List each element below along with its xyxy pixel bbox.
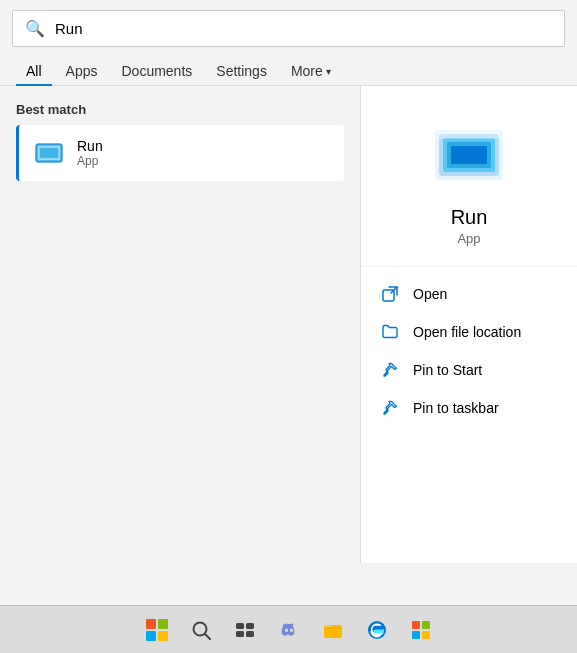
actions-list: Open Open file location Pin to Star — [361, 266, 577, 427]
action-open[interactable]: Open — [361, 275, 577, 313]
left-panel: Best match Run App — [0, 86, 360, 563]
svg-rect-21 — [246, 623, 254, 629]
right-panel: Run App Open — [360, 86, 577, 563]
section-best-match-label: Best match — [16, 102, 344, 117]
result-text: Run App — [77, 138, 103, 168]
tab-all[interactable]: All — [16, 57, 52, 85]
svg-rect-20 — [236, 623, 244, 629]
search-input[interactable] — [55, 20, 552, 37]
pin-taskbar-icon — [381, 399, 399, 417]
action-pin-to-start[interactable]: Pin to Start — [361, 351, 577, 389]
taskbar-task-view-button[interactable] — [225, 610, 265, 650]
open-icon — [381, 285, 399, 303]
result-type: App — [77, 154, 103, 168]
svg-rect-26 — [412, 621, 420, 629]
action-open-file-location[interactable]: Open file location — [361, 313, 577, 351]
app-type-large: App — [457, 231, 480, 246]
taskbar-store-button[interactable] — [401, 610, 441, 650]
svg-rect-22 — [236, 631, 244, 637]
svg-rect-14 — [437, 131, 501, 139]
tab-settings[interactable]: Settings — [206, 57, 277, 85]
windows-logo-icon — [146, 619, 168, 641]
search-bar: 🔍 — [12, 10, 565, 47]
taskbar-discord-button[interactable] — [269, 610, 309, 650]
svg-line-19 — [205, 634, 210, 639]
svg-rect-28 — [412, 631, 420, 639]
run-app-icon-small — [31, 135, 67, 171]
taskbar-file-explorer-icon — [322, 619, 344, 641]
taskbar-edge-button[interactable] — [357, 610, 397, 650]
svg-rect-29 — [422, 631, 430, 639]
taskbar-search-button[interactable] — [181, 610, 221, 650]
tab-apps[interactable]: Apps — [56, 57, 108, 85]
tab-documents[interactable]: Documents — [111, 57, 202, 85]
search-icon: 🔍 — [25, 19, 45, 38]
chevron-down-icon: ▾ — [326, 66, 331, 77]
action-open-label: Open — [413, 286, 447, 302]
tabs-bar: All Apps Documents Settings More ▾ — [0, 57, 577, 86]
svg-rect-27 — [422, 621, 430, 629]
taskbar-store-icon — [410, 619, 432, 641]
folder-icon — [381, 323, 399, 341]
taskbar — [0, 605, 577, 653]
taskbar-start-button[interactable] — [137, 610, 177, 650]
tab-more[interactable]: More ▾ — [281, 57, 341, 85]
taskbar-search-icon — [190, 619, 212, 641]
action-open-file-location-label: Open file location — [413, 324, 521, 340]
action-pin-to-start-label: Pin to Start — [413, 362, 482, 378]
result-name: Run — [77, 138, 103, 154]
action-pin-to-taskbar-label: Pin to taskbar — [413, 400, 499, 416]
action-pin-to-taskbar[interactable]: Pin to taskbar — [361, 389, 577, 427]
svg-rect-7 — [40, 148, 58, 158]
svg-rect-13 — [451, 146, 487, 164]
taskbar-file-explorer-button[interactable] — [313, 610, 353, 650]
app-name-large: Run — [451, 206, 488, 229]
taskbar-discord-icon — [278, 619, 300, 641]
taskbar-edge-icon — [366, 619, 388, 641]
run-app-icon-large — [429, 116, 509, 196]
result-item-run[interactable]: Run App — [16, 125, 344, 181]
main-content: Best match Run App — [0, 86, 577, 563]
taskbar-task-view-icon — [234, 619, 256, 641]
svg-rect-23 — [246, 631, 254, 637]
pin-start-icon — [381, 361, 399, 379]
